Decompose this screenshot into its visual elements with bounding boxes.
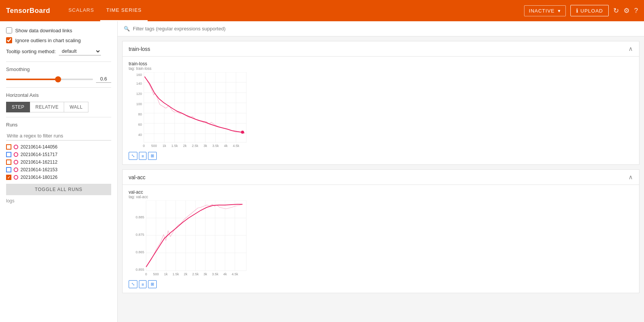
run-circle-2 — [14, 160, 18, 164]
tooltip-label: Tooltip sorting method: — [6, 49, 56, 54]
svg-text:1.5k: 1.5k — [171, 144, 178, 148]
download-btn[interactable]: ⊞ — [148, 152, 157, 160]
expand-chart-btn[interactable]: ⤡ — [129, 152, 137, 160]
svg-text:3.5k: 3.5k — [212, 272, 219, 276]
data-table-btn[interactable]: ≡ — [139, 152, 146, 160]
upload-label: UPLOAD — [581, 8, 603, 14]
svg-text:1.5k: 1.5k — [172, 272, 179, 276]
nav-links: SCALARS TIME SERIES — [62, 0, 148, 21]
tooltip-row: Tooltip sorting method: default ascendin… — [6, 47, 111, 55]
svg-point-34 — [241, 131, 244, 134]
chart-train-loss-title: train-loss — [129, 61, 633, 66]
svg-text:0.865: 0.865 — [135, 250, 144, 254]
divider-2 — [6, 87, 111, 88]
run-item-2[interactable]: 20210614-162112 — [6, 159, 111, 165]
svg-text:1k: 1k — [164, 272, 168, 276]
smoothing-title: Smoothing — [6, 66, 111, 72]
axis-wall-btn[interactable]: WALL — [64, 102, 88, 112]
svg-text:0: 0 — [145, 272, 147, 276]
download-val-acc-btn[interactable]: ⊞ — [148, 280, 157, 288]
run-circle-1 — [14, 152, 18, 157]
svg-rect-36 — [146, 200, 246, 271]
upload-icon: ℹ — [576, 8, 578, 14]
show-download-row: Show data download links — [6, 27, 111, 33]
svg-text:3k: 3k — [203, 272, 207, 276]
runs-section: Runs 20210614-144056 20210614-151717 202… — [6, 122, 111, 195]
run-color-box-4: ✓ — [6, 175, 11, 180]
panel-val-acc-content: val-acc tag: val-acc — [123, 185, 639, 293]
chart-val-acc-area: 0.855 0.865 0.875 0.885 0 500 1k 1.5k 2k… — [129, 200, 250, 276]
run-item-0[interactable]: 20210614-144056 — [6, 144, 111, 150]
chart-val-acc-subtitle: tag: val-acc — [129, 195, 633, 199]
search-icon: 🔍 — [124, 26, 130, 32]
divider-3 — [6, 117, 111, 117]
svg-text:80: 80 — [138, 112, 142, 116]
chart-val-acc-title: val-acc — [129, 189, 633, 195]
axis-title: Horizontal Axis — [6, 92, 111, 98]
panel-val-acc-chevron[interactable]: ∧ — [628, 174, 633, 181]
smoothing-slider[interactable] — [6, 79, 93, 80]
run-circle-3 — [14, 167, 18, 172]
svg-text:500: 500 — [151, 144, 157, 148]
run-color-box-1 — [6, 152, 11, 157]
show-download-label: Show data download links — [15, 28, 72, 33]
panel-val-acc-header: val-acc ∧ — [123, 170, 639, 185]
svg-text:0.855: 0.855 — [135, 268, 144, 271]
svg-text:60: 60 — [138, 123, 142, 126]
svg-text:0.875: 0.875 — [135, 233, 144, 237]
smoothing-section: Smoothing 0.6 — [6, 66, 111, 83]
svg-text:3.5k: 3.5k — [212, 144, 219, 148]
help-icon[interactable]: ? — [634, 7, 638, 15]
panel-train-loss-content: train-loss tag: train-loss — [123, 57, 639, 164]
settings-icon[interactable]: ⚙ — [624, 6, 630, 15]
run-color-box-3 — [6, 167, 11, 172]
chart-train-loss-svg: 40 60 80 100 120 140 160 0 500 1k 1.5k — [129, 72, 250, 148]
tooltip-select[interactable]: default ascending descending — [59, 47, 101, 55]
run-color-box-0 — [6, 144, 11, 150]
smoothing-value: 0.6 — [96, 76, 111, 83]
panel-train-loss-chevron[interactable]: ∧ — [628, 45, 633, 52]
options-section: Show data download links Ignore outliers… — [6, 27, 111, 55]
status-dropdown[interactable]: INACTIVE ▾ — [524, 5, 566, 16]
run-item-3[interactable]: 20210614-162153 — [6, 167, 111, 172]
dropdown-arrow: ▾ — [558, 8, 561, 14]
ignore-outliers-checkbox[interactable] — [6, 37, 12, 43]
refresh-icon[interactable]: ↻ — [613, 6, 619, 15]
svg-text:0.885: 0.885 — [135, 215, 144, 219]
svg-text:0: 0 — [143, 144, 145, 148]
svg-text:40: 40 — [138, 133, 142, 137]
expand-val-acc-btn[interactable]: ⤡ — [129, 280, 137, 288]
run-item-1[interactable]: 20210614-151717 — [6, 152, 111, 157]
panel-train-loss-header: train-loss ∧ — [123, 41, 639, 57]
sidebar: Show data download links Ignore outliers… — [0, 21, 118, 322]
filter-input[interactable] — [133, 26, 638, 32]
nav-scalars[interactable]: SCALARS — [62, 0, 100, 21]
run-label-2: 20210614-162112 — [20, 159, 57, 165]
axis-step-btn[interactable]: STEP — [6, 102, 30, 112]
main-content: 🔍 train-loss ∧ train-loss tag: train-los… — [118, 21, 644, 322]
chart-val-acc-actions: ⤡ ≡ ⊞ — [129, 279, 633, 290]
chart-val-acc: val-acc tag: val-acc — [129, 189, 633, 290]
layout: Show data download links Ignore outliers… — [0, 21, 644, 322]
svg-text:2.5k: 2.5k — [192, 272, 199, 276]
chart-val-acc-svg: 0.855 0.865 0.875 0.885 0 500 1k 1.5k 2k… — [129, 200, 250, 276]
svg-text:4k: 4k — [223, 272, 227, 276]
run-item-4[interactable]: ✓ 20210614-180126 — [6, 175, 111, 180]
toggle-all-button[interactable]: TOGGLE ALL RUNS — [6, 184, 111, 195]
chart-train-loss-actions: ⤡ ≡ ⊞ — [129, 150, 633, 161]
axis-relative-btn[interactable]: RELATIVE — [30, 102, 64, 112]
nav-time-series[interactable]: TIME SERIES — [100, 0, 148, 21]
data-table-val-acc-btn[interactable]: ≡ — [139, 280, 146, 288]
slider-row: 0.6 — [6, 76, 111, 83]
axis-buttons: STEP RELATIVE WALL — [6, 102, 111, 112]
chart-train-loss-subtitle: tag: train-loss — [129, 66, 633, 71]
svg-text:2.5k: 2.5k — [192, 144, 198, 148]
show-download-checkbox[interactable] — [6, 27, 12, 33]
svg-text:100: 100 — [136, 102, 142, 106]
upload-button[interactable]: ℹ UPLOAD — [570, 5, 609, 16]
topnav-right: INACTIVE ▾ ℹ UPLOAD ↻ ⚙ ? — [524, 5, 638, 16]
svg-text:160: 160 — [136, 73, 142, 77]
svg-text:500: 500 — [153, 272, 159, 276]
runs-filter-input[interactable] — [6, 131, 111, 140]
axis-section: Horizontal Axis STEP RELATIVE WALL — [6, 92, 111, 112]
